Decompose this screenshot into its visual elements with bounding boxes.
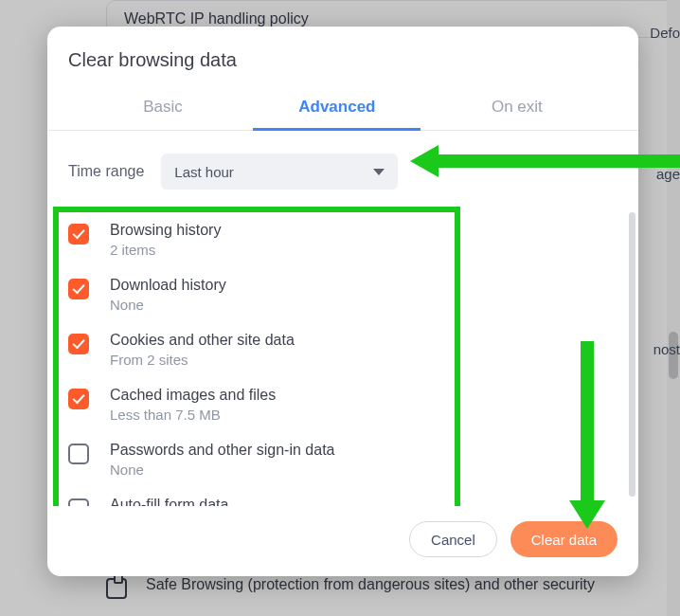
item-text: Auto-fill form data: [110, 497, 228, 506]
item-text: Passwords and other sign-in dataNone: [110, 442, 334, 478]
chevron-down-icon: [373, 169, 385, 175]
clear-data-button[interactable]: Clear data: [510, 521, 617, 557]
checkbox[interactable]: [68, 498, 89, 506]
dialog-tabs: Basic Advanced On exit: [47, 88, 638, 131]
item-subtitle: None: [110, 297, 226, 313]
dialog-footer: Cancel Clear data: [47, 506, 638, 576]
time-range-select[interactable]: Last hour: [161, 154, 398, 190]
item-text: Browsing history2 items: [110, 222, 221, 258]
data-type-list-container: Browsing history2 itemsDownload historyN…: [47, 207, 638, 506]
check-icon: [72, 281, 84, 295]
data-type-item[interactable]: Browsing history2 items: [68, 212, 617, 267]
dialog-title: Clear browsing data: [47, 27, 638, 88]
item-text: Cookies and other site dataFrom 2 sites: [110, 332, 295, 368]
bg-right-text-3: nost: [653, 341, 680, 357]
tab-on-exit[interactable]: On exit: [484, 88, 550, 130]
data-type-item[interactable]: Passwords and other sign-in dataNone: [68, 432, 617, 487]
check-icon: [72, 391, 84, 405]
item-title: Passwords and other sign-in data: [110, 442, 334, 459]
checkbox[interactable]: [68, 444, 89, 464]
item-subtitle: Less than 7.5 MB: [110, 407, 276, 423]
cancel-button[interactable]: Cancel: [409, 521, 497, 557]
item-title: Cookies and other site data: [110, 332, 295, 349]
item-title: Download history: [110, 277, 226, 294]
bg-right-text-2: age: [656, 166, 680, 182]
data-type-list: Browsing history2 itemsDownload historyN…: [47, 207, 638, 506]
item-text: Cached images and filesLess than 7.5 MB: [110, 387, 276, 423]
time-range-value: Last hour: [174, 164, 234, 180]
item-subtitle: From 2 sites: [110, 352, 295, 368]
time-range-row: Time range Last hour: [47, 131, 638, 207]
item-title: Browsing history: [110, 222, 221, 239]
data-type-item[interactable]: Download historyNone: [68, 267, 617, 322]
tab-basic[interactable]: Basic: [135, 88, 190, 130]
item-title: Auto-fill form data: [110, 497, 228, 506]
tab-advanced[interactable]: Advanced: [291, 88, 383, 130]
item-subtitle: 2 items: [110, 242, 221, 258]
time-range-label: Time range: [68, 163, 144, 180]
bg-right-text-1: Defo: [650, 25, 680, 41]
item-title: Cached images and files: [110, 387, 276, 404]
data-type-item[interactable]: Cached images and filesLess than 7.5 MB: [68, 377, 617, 432]
checkbox[interactable]: [68, 279, 89, 299]
checkbox[interactable]: [68, 224, 89, 245]
data-type-item[interactable]: Auto-fill form data: [68, 487, 617, 506]
checkbox[interactable]: [68, 334, 89, 354]
data-type-item[interactable]: Cookies and other site dataFrom 2 sites: [68, 322, 617, 377]
clear-browsing-data-dialog: Clear browsing data Basic Advanced On ex…: [47, 27, 638, 576]
item-subtitle: None: [110, 462, 334, 478]
item-text: Download historyNone: [110, 277, 226, 313]
check-icon: [72, 226, 84, 240]
check-icon: [72, 336, 84, 350]
checkbox[interactable]: [68, 389, 89, 409]
list-scrollbar[interactable]: [629, 212, 635, 497]
